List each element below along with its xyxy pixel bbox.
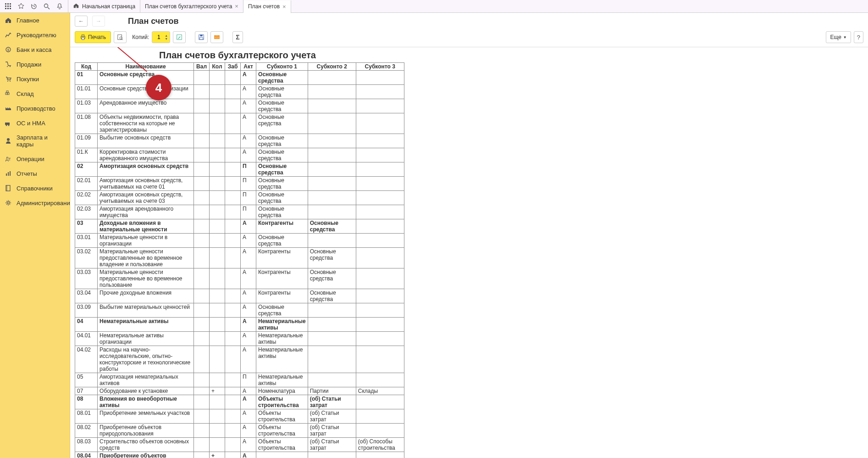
table-row[interactable]: 01.09Выбытие основных средствАОсновные с… bbox=[75, 134, 404, 148]
bell-icon[interactable] bbox=[53, 0, 66, 13]
table-cell: А bbox=[241, 234, 256, 248]
table-row[interactable]: 04Нематериальные активыАНематериальные а… bbox=[75, 318, 404, 332]
svg-text:$: $ bbox=[7, 48, 10, 52]
table-row[interactable]: 03.03Материальные ценности предоставленн… bbox=[75, 268, 404, 289]
table-row[interactable]: 08.04Приобретение объектов основных сред… bbox=[75, 452, 404, 458]
table-row[interactable]: 03.01Материальные ценности в организации… bbox=[75, 234, 404, 248]
table-cell: Основные средства bbox=[256, 148, 308, 162]
sidebar-item[interactable]: ДтОперации bbox=[0, 151, 70, 166]
sidebar-item[interactable]: Справочники bbox=[0, 181, 70, 195]
sidebar-item[interactable]: Зарплата и кадры bbox=[0, 130, 70, 151]
save-button[interactable] bbox=[195, 31, 208, 43]
column-header: Заб bbox=[225, 63, 241, 71]
table-cell: 01.К bbox=[75, 148, 98, 162]
table-cell: Нематериальные активы организации bbox=[98, 332, 194, 346]
table-row[interactable]: 07Оборудование к установке+АНоменклатура… bbox=[75, 387, 404, 395]
email-button[interactable] bbox=[210, 31, 223, 43]
table-row[interactable]: 01.03Арендованное имуществоАОсновные сре… bbox=[75, 99, 404, 113]
table-cell: Объекты строительства bbox=[256, 424, 308, 438]
table-cell bbox=[225, 373, 241, 387]
sidebar: ГлавноеРуководителю$Банк и кассаПродажиП… bbox=[0, 13, 70, 458]
star-icon[interactable] bbox=[15, 0, 28, 13]
table-row[interactable]: 03.04Прочие доходные вложенияАКонтрагент… bbox=[75, 289, 404, 303]
sidebar-item[interactable]: Производство bbox=[0, 101, 70, 116]
nav-back-button[interactable]: ← bbox=[75, 16, 88, 27]
tab[interactable]: План счетов× bbox=[243, 0, 291, 13]
sidebar-item[interactable]: Отчеты bbox=[0, 166, 70, 181]
table-cell bbox=[356, 289, 404, 303]
table-cell bbox=[308, 303, 356, 318]
table-row[interactable]: 01.08Объекты недвижимости, права собстве… bbox=[75, 113, 404, 134]
sidebar-item[interactable]: Руководителю bbox=[0, 28, 70, 42]
table-row[interactable]: 03.09Выбытие материальных ценностейАОсно… bbox=[75, 303, 404, 318]
svg-rect-19 bbox=[6, 91, 8, 93]
content-area: План счетов бухгалтерского учета КодНаим… bbox=[70, 47, 868, 458]
sidebar-item[interactable]: Администрирование bbox=[0, 195, 70, 210]
main-area: ← → План счетов Печать Копий: ▲▼ Σ Еще▼ … bbox=[70, 13, 868, 458]
page-title: План счетов bbox=[128, 17, 179, 26]
table-cell bbox=[356, 248, 404, 268]
table-cell bbox=[356, 85, 404, 99]
sidebar-item[interactable]: Продажи bbox=[0, 57, 70, 72]
sidebar-item[interactable]: Главное bbox=[0, 13, 70, 28]
close-icon[interactable]: × bbox=[235, 3, 238, 10]
table-cell: Основные средства bbox=[256, 113, 308, 134]
tab[interactable]: Начальная страница bbox=[68, 0, 140, 13]
sidebar-item[interactable]: ОС и НМА bbox=[0, 116, 70, 130]
table-row[interactable]: 01.ККорректировка стоимости арендованног… bbox=[75, 148, 404, 162]
table-cell bbox=[210, 71, 225, 85]
preview-button[interactable] bbox=[114, 31, 127, 43]
table-row[interactable]: 02.01Амортизация основных средств, учиты… bbox=[75, 177, 404, 191]
table-cell: А bbox=[241, 387, 256, 395]
copies-value[interactable] bbox=[154, 34, 163, 40]
table-row[interactable]: 04.02Расходы на научно-исследовательские… bbox=[75, 346, 404, 373]
table-row[interactable]: 01.01Основные средства в организацииАОсн… bbox=[75, 85, 404, 99]
table-row[interactable]: 03Доходные вложения в материальные ценно… bbox=[75, 219, 404, 234]
production-icon bbox=[5, 105, 12, 112]
close-icon[interactable]: × bbox=[282, 3, 286, 10]
edit-button[interactable] bbox=[173, 31, 186, 43]
apps-icon[interactable] bbox=[2, 0, 15, 13]
nav-forward-button[interactable]: → bbox=[92, 16, 105, 27]
spin-up-icon[interactable]: ▲ bbox=[165, 34, 168, 37]
history-icon[interactable] bbox=[28, 0, 40, 13]
table-cell: 08 bbox=[75, 395, 98, 409]
person-icon bbox=[5, 137, 12, 145]
print-button[interactable]: Печать bbox=[75, 31, 111, 43]
table-cell bbox=[356, 303, 404, 318]
table-row[interactable]: 02.03Амортизация арендованного имущества… bbox=[75, 205, 404, 219]
table-cell: Выбытие основных средств bbox=[98, 134, 194, 148]
table-row[interactable]: 02.02Амортизация основных средств, учиты… bbox=[75, 191, 404, 205]
table-cell bbox=[210, 85, 225, 99]
search-icon[interactable] bbox=[40, 0, 53, 13]
sidebar-item[interactable]: Склад bbox=[0, 86, 70, 101]
table-cell bbox=[194, 191, 210, 205]
sum-button[interactable]: Σ bbox=[232, 31, 243, 43]
table-cell bbox=[194, 71, 210, 85]
more-button[interactable]: Еще▼ bbox=[826, 31, 851, 43]
table-cell: А bbox=[241, 438, 256, 452]
table-cell bbox=[194, 148, 210, 162]
table-cell bbox=[356, 99, 404, 113]
table-row[interactable]: 08.03Строительство объектов основных сре… bbox=[75, 438, 404, 452]
table-row[interactable]: 08.01Приобретение земельных участковАОбъ… bbox=[75, 409, 404, 424]
table-cell bbox=[356, 148, 404, 162]
table-row[interactable]: 02Амортизация основных средствПОсновные … bbox=[75, 162, 404, 177]
table-row[interactable]: 01Основные средстваАОсновные средства bbox=[75, 71, 404, 85]
svg-rect-34 bbox=[118, 35, 122, 40]
copies-input[interactable]: ▲▼ bbox=[152, 31, 170, 43]
table-cell bbox=[356, 268, 404, 289]
sidebar-item[interactable]: $Банк и касса bbox=[0, 42, 70, 57]
spin-down-icon[interactable]: ▼ bbox=[165, 37, 168, 40]
table-row[interactable]: 08Вложения во внеоборотные активыАОбъект… bbox=[75, 395, 404, 409]
table-cell bbox=[225, 219, 241, 234]
table-cell: Материальные ценности предоставленные во… bbox=[98, 268, 194, 289]
sidebar-item[interactable]: Покупки bbox=[0, 72, 70, 86]
table-row[interactable]: 08.02Приобретение объектов природопользо… bbox=[75, 424, 404, 438]
table-row[interactable]: 04.01Нематериальные активы организацииАН… bbox=[75, 332, 404, 346]
help-button[interactable]: ? bbox=[854, 31, 863, 43]
table-row[interactable]: 05Амортизация нематериальных активовПНем… bbox=[75, 373, 404, 387]
tab[interactable]: План счетов бухгалтерского учета× bbox=[140, 0, 243, 13]
table-cell: 01.03 bbox=[75, 99, 98, 113]
table-row[interactable]: 03.02Материальные ценности предоставленн… bbox=[75, 248, 404, 268]
